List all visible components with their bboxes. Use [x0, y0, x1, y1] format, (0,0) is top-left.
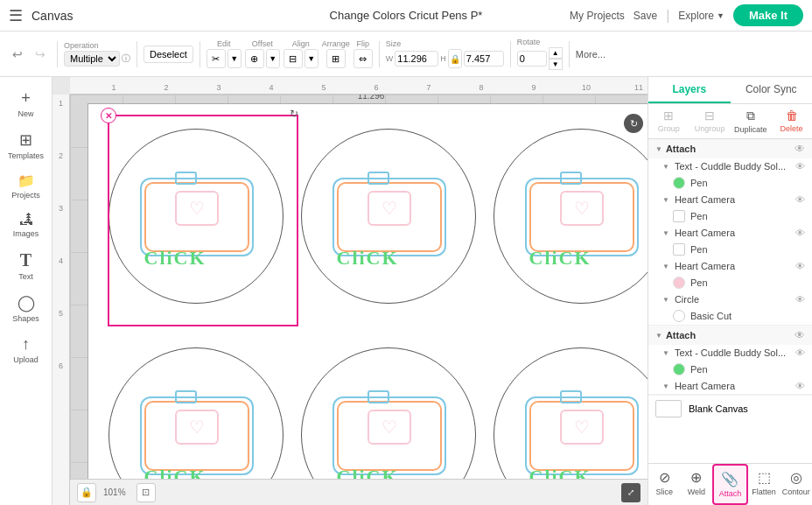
- pen3-item[interactable]: Pen: [648, 241, 812, 258]
- ungroup-button[interactable]: ⊟ Ungroup: [690, 104, 731, 138]
- camera-heart-4: ♡: [189, 417, 205, 438]
- make-it-button[interactable]: Make It: [733, 4, 803, 26]
- pen5-item[interactable]: Pen: [648, 361, 812, 378]
- edit-label: Edit: [217, 39, 231, 48]
- layer-item-heartcam2[interactable]: ▼ Heart Camera 👁 Pen: [648, 225, 812, 258]
- lock-aspect-icon[interactable]: 🔒: [448, 49, 462, 68]
- attach1-visibility-icon[interactable]: 👁: [794, 143, 805, 155]
- rotate-up-button[interactable]: ▲: [549, 47, 563, 59]
- heartcam2-eye[interactable]: 👁: [795, 228, 805, 238]
- rotate-label: Rotate: [517, 38, 541, 46]
- sidebar-item-new[interactable]: + New: [4, 84, 48, 123]
- heartcam3-label: Heart Camera: [675, 261, 790, 271]
- basiccut-item[interactable]: Basic Cut: [648, 307, 812, 325]
- pen4-item[interactable]: Pen: [648, 274, 812, 291]
- sidebar-item-projects[interactable]: 📁 Projects: [4, 167, 48, 205]
- weld-button[interactable]: ⊕ Weld: [681, 464, 713, 505]
- attach1-arrow: ▼: [655, 145, 662, 153]
- deselect-button[interactable]: Deselect: [144, 46, 193, 63]
- canvas-white-area[interactable]: 11.296' ♡ CliCK: [88, 103, 648, 479]
- blank-canvas-label: Blank Canvas: [689, 403, 748, 414]
- circle-eye[interactable]: 👁: [795, 294, 805, 305]
- top-bar: ☰ Canvas Change Colors Cricut Pens P* My…: [0, 0, 812, 32]
- heartcam1-eye[interactable]: 👁: [795, 194, 805, 205]
- pen1-item[interactable]: Pen: [648, 174, 812, 192]
- layer-item-circle[interactable]: ▼ Circle 👁 Basic Cut: [648, 291, 812, 325]
- edit-button[interactable]: ✂: [206, 49, 226, 68]
- attach1-header[interactable]: ▼ Attach 👁: [648, 139, 812, 158]
- flip-button[interactable]: ⇔: [354, 49, 373, 68]
- camera-cell-3[interactable]: ♡ CliCK: [486, 109, 648, 323]
- lock-canvas-button[interactable]: 🔒: [77, 483, 96, 502]
- my-projects-link[interactable]: My Projects: [570, 10, 625, 22]
- width-input[interactable]: [395, 51, 438, 67]
- undo-button[interactable]: ↩: [7, 44, 28, 65]
- sidebar-item-templates[interactable]: ⊞ Templates: [4, 125, 48, 165]
- heartcam-last-eye[interactable]: 👁: [795, 381, 805, 391]
- operation-info[interactable]: ⓘ: [122, 53, 130, 65]
- weld-label: Weld: [688, 487, 705, 496]
- layer-item-heartcam3[interactable]: ▼ Heart Camera 👁 Pen: [648, 258, 812, 291]
- layer-item-text1[interactable]: ▼ Text - Cuddle Buddy Sol... 👁 Pen: [648, 158, 812, 192]
- expand-canvas-button[interactable]: ⤢: [621, 483, 640, 502]
- offset-dropdown[interactable]: ▼: [266, 49, 280, 68]
- group-button[interactable]: ⊞ Group: [648, 104, 690, 138]
- delete-button[interactable]: 🗑 Delete: [771, 104, 812, 138]
- tab-layers[interactable]: Layers: [648, 77, 731, 103]
- canvas-area[interactable]: 1 2 3 4 5 6 7 8 9 10 11 12 1 2 3 4 5 6: [52, 77, 648, 505]
- redo-button[interactable]: ↪: [30, 44, 51, 65]
- rotate-down-button[interactable]: ▼: [549, 59, 563, 70]
- contour-button[interactable]: ◎ Contour: [780, 464, 812, 505]
- delete-label: Delete: [780, 124, 803, 133]
- more-button[interactable]: More...: [576, 49, 606, 60]
- pen1-label: Pen: [690, 178, 805, 188]
- text1-eye[interactable]: 👁: [795, 161, 805, 172]
- group-label: Group: [658, 124, 680, 133]
- text2-eye[interactable]: 👁: [795, 347, 805, 358]
- camera-cell-2[interactable]: ♡ CliCK: [294, 109, 482, 323]
- panel-bottom-buttons: ⊘ Slice ⊕ Weld 📎 Attach ⬚ Flatten ◎ Cont…: [648, 463, 812, 505]
- layer-section-attach2: ▼ Attach 👁 ▼ Text - Cuddle Buddy Sol... …: [648, 326, 812, 395]
- align-dropdown[interactable]: ▼: [304, 49, 318, 68]
- camera-cell-1[interactable]: ♡ CliCK: [102, 109, 290, 323]
- heartcam3-arrow: ▼: [662, 263, 669, 270]
- canvas-workspace[interactable]: 11.296' ♡ CliCK: [70, 95, 648, 479]
- sidebar-item-images[interactable]: 🏞 Images: [4, 207, 48, 243]
- arrange-button[interactable]: ⊞: [326, 49, 346, 68]
- camera-cell-4[interactable]: ♡ CliCK: [102, 327, 290, 479]
- height-input[interactable]: [464, 51, 504, 67]
- attach-button[interactable]: 📎 Attach: [712, 464, 748, 505]
- explore-button[interactable]: Explore ▼: [678, 10, 724, 22]
- fit-canvas-button[interactable]: ⊡: [136, 483, 156, 502]
- hamburger-icon[interactable]: ☰: [9, 6, 23, 25]
- attach1-label: Attach: [666, 144, 791, 154]
- duplicate-button[interactable]: ⧉ Duplicate: [731, 104, 772, 138]
- rotate-input[interactable]: [517, 51, 547, 67]
- operation-select[interactable]: Multiple: [64, 51, 120, 67]
- camera-cell-6[interactable]: ♡ CliCK: [486, 327, 648, 479]
- align-button[interactable]: ⊟: [284, 49, 303, 68]
- nav-label-projects: Projects: [11, 191, 40, 200]
- canvas-rotate-button[interactable]: ↻: [624, 114, 643, 133]
- sidebar-item-shapes[interactable]: ◯ Shapes: [4, 288, 48, 328]
- slice-button[interactable]: ⊘ Slice: [648, 464, 681, 505]
- layer-item-heartcam-last[interactable]: ▼ Heart Camera 👁: [648, 378, 812, 394]
- heartcam3-eye[interactable]: 👁: [795, 261, 805, 271]
- basiccut-color: [673, 310, 685, 322]
- attach2-header[interactable]: ▼ Attach 👁: [648, 326, 812, 345]
- layers-list: ▼ Attach 👁 ▼ Text - Cuddle Buddy Sol... …: [648, 139, 812, 463]
- pen2-item[interactable]: Pen: [648, 207, 812, 225]
- offset-button[interactable]: ⊕: [245, 49, 264, 68]
- templates-icon: ⊞: [19, 130, 32, 150]
- flatten-button[interactable]: ⬚ Flatten: [748, 464, 780, 505]
- edit-dropdown[interactable]: ▼: [228, 49, 242, 68]
- sidebar-item-text[interactable]: T Text: [4, 245, 48, 286]
- save-button[interactable]: Save: [634, 10, 657, 22]
- sidebar-item-upload[interactable]: ↑ Upload: [4, 330, 48, 369]
- layer-item-heartcam1[interactable]: ▼ Heart Camera 👁 Pen: [648, 192, 812, 225]
- layer-item-text2[interactable]: ▼ Text - Cuddle Buddy Sol... 👁 Pen: [648, 345, 812, 378]
- camera-cell-5[interactable]: ♡ CliCK: [294, 327, 482, 479]
- camera-grid: ♡ CliCK ♡: [102, 109, 648, 479]
- tab-color-sync[interactable]: Color Sync: [731, 77, 813, 103]
- attach2-visibility-icon[interactable]: 👁: [794, 329, 805, 341]
